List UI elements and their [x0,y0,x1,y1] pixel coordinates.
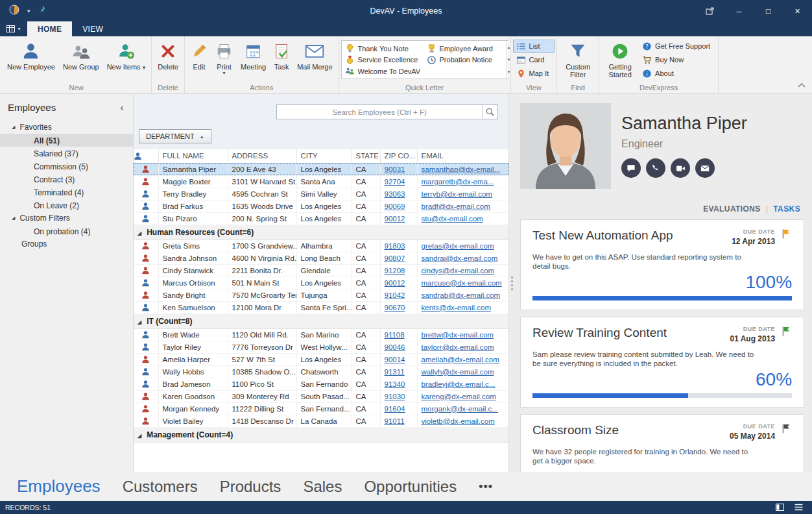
group-row[interactable]: ◢IT (Count=8) [134,313,508,328]
new-group-button[interactable]: New Group [59,38,103,80]
table-row[interactable]: Stu Pizaro 200 N. Spring St Los Angeles … [134,212,508,225]
quick-letter-probation-notice[interactable]: Probation Notice [425,55,505,66]
table-row[interactable]: Violet Bailey 1418 Descanso Dr La Canada… [134,415,508,427]
email-link[interactable]: brettw@dx-email.com [422,331,494,339]
email-link[interactable]: morgank@dx-email.c... [422,405,498,413]
zip-link[interactable]: 91030 [385,393,405,400]
table-row[interactable]: Sandy Bright 7570 McGroarty Ter Tujunga … [134,289,508,301]
zip-link[interactable]: 90807 [385,254,405,262]
search-button[interactable] [482,105,497,119]
table-row[interactable]: Terry Bradley 4595 Cochran St Simi Valle… [134,188,508,200]
sidebar-item-commission[interactable]: Commission (5) [0,160,133,173]
table-row[interactable]: Brad Farkus 1635 Woods Drive Los Angeles… [134,200,508,212]
zip-link[interactable]: 91311 [385,368,405,376]
sidebar-item-contract[interactable]: Contract (3) [0,173,133,186]
sidebar-item-all[interactable]: All (51) [0,134,133,147]
nav-opportunities[interactable]: Opportunities [364,478,457,496]
task-button[interactable]: Task [270,38,293,80]
email-link[interactable]: stu@dx-email.com [422,215,483,223]
group-row[interactable]: ◢Human Resources (Count=6) [134,225,508,239]
group-by-department-button[interactable]: DEPARTMENT ▲ [139,129,211,143]
email-link[interactable]: taylorr@dx-email.com [422,343,494,351]
tab-tasks[interactable]: TASKS [773,204,800,214]
email-link[interactable]: terryb@dx-email.com [422,190,492,198]
column-header-zip[interactable]: ZIP CO... [380,149,417,163]
app-logo-icon[interactable] [9,5,19,18]
print-button[interactable]: Print ▾ [211,38,237,80]
card-view-button[interactable]: Card [513,53,555,66]
zip-link[interactable]: 90012 [385,215,405,223]
tree-node-favorites[interactable]: ◢ Favorites [0,121,133,134]
email-link[interactable]: violetb@dx-email.com [422,417,495,425]
table-row[interactable]: Brett Wade 1120 Old Mill Rd. San Marino … [134,328,508,341]
search-input[interactable] [277,105,482,119]
column-header-email[interactable]: EMAIL [417,149,508,163]
zip-link[interactable]: 91208 [385,267,405,275]
nav-overflow-button[interactable]: ••• [479,480,493,493]
layout-toggle-icon[interactable] [776,504,784,512]
sidebar-item-on-probation[interactable]: On probation (4) [0,225,133,238]
get-free-support-button[interactable]: ? Get Free Support [639,40,716,53]
delete-button[interactable]: Delete [154,38,182,80]
table-row[interactable]: Wally Hobbs 10385 Shadow O... Chatsworth… [134,365,508,378]
close-button[interactable]: × [783,0,812,21]
email-link[interactable]: cindys@dx-email.com [422,267,495,275]
zip-link[interactable]: 90670 [385,304,405,312]
gallery-scrollbar[interactable]: ▲ ▼ ▼ [507,41,511,79]
group-row[interactable]: ◢Management (Count=4) [134,427,508,442]
nav-sales[interactable]: Sales [303,478,342,496]
zip-link[interactable]: 90014 [385,356,405,363]
email-link[interactable]: gretas@dx-email.com [422,242,494,250]
table-row[interactable]: Morgan Kennedy 11222 Dilling St San Fern… [134,402,508,415]
tab-view[interactable]: VIEW [72,21,113,36]
zip-link[interactable]: 91108 [385,331,405,339]
quick-letter-welcome[interactable]: Welcome To DevAV [343,66,424,77]
email-link[interactable]: samanthap@dx-email... [422,165,501,173]
collapse-sidebar-button[interactable]: ‹ [120,104,124,112]
popup-window-icon[interactable] [695,0,724,21]
table-row[interactable]: Samantha Piper 200 E Ave 43 Los Angeles … [134,163,508,175]
email-link[interactable]: ameliah@dx-email.com [422,356,499,363]
zip-link[interactable]: 91340 [385,380,405,388]
custom-filter-button[interactable]: Custom Filter [559,38,597,80]
nav-customers[interactable]: Customers [123,478,198,496]
table-row[interactable]: Cindy Stanwick 2211 Bonita Dr. Glendale … [134,264,508,276]
collapse-ribbon-button[interactable] [798,79,806,90]
zip-link[interactable]: 90012 [385,279,405,287]
email-link[interactable]: wallyh@dx-email.com [422,368,494,376]
zip-link[interactable]: 91604 [385,405,405,413]
email-link[interactable]: margaretb@dx-ema... [422,178,494,186]
quick-letter-employee-award[interactable]: Employee Award [425,43,505,54]
tree-node-custom-filters[interactable]: ◢ Custom Filters [0,212,133,225]
sidebar-item-on-leave[interactable]: On Leave (2) [0,199,133,212]
column-header-city[interactable]: CITY [296,149,352,163]
map-it-button[interactable]: Map It [513,67,555,80]
nav-products[interactable]: Products [220,478,281,496]
zip-link[interactable]: 91803 [385,242,405,250]
app-menu-button[interactable]: ▾ [0,21,27,36]
minimize-button[interactable]: – [724,0,754,21]
pin-icon[interactable] [38,5,47,17]
panel-splitter[interactable] [509,94,515,472]
email-button[interactable] [695,158,715,178]
list-view-button[interactable]: List [513,40,555,53]
new-employee-button[interactable]: New Employee [3,38,59,80]
email-link[interactable]: bradf@dx-email.com [422,202,490,210]
column-header-full-name[interactable]: FULL NAME [158,149,228,163]
table-row[interactable]: Brad Jameson 1100 Pico St San Fernando C… [134,378,508,390]
edit-button[interactable]: Edit [187,38,211,80]
table-row[interactable]: Karen Goodson 309 Monterey Rd South Pasa… [134,390,508,402]
email-link[interactable]: sandrab@dx-email.com [422,291,501,299]
buy-now-button[interactable]: Buy Now [639,53,716,66]
zip-link[interactable]: 91011 [385,417,405,425]
table-row[interactable]: Taylor Riley 7776 Torreyson Dr West Holl… [134,341,508,353]
email-link[interactable]: sandraj@dx-email.com [422,254,498,262]
table-row[interactable]: Ken Samuelson 12100 Mora Dr Santa Fe Spr… [134,301,508,313]
maximize-button[interactable]: □ [754,0,783,21]
column-header-state[interactable]: STATE [352,149,380,163]
table-row[interactable]: Amelia Harper 527 W 7th St Los Angeles C… [134,353,508,365]
email-link[interactable]: kareng@dx-email.com [422,393,496,400]
new-items-button[interactable]: New Items ▾ [103,38,150,80]
table-row[interactable]: Greta Sims 1700 S Grandview... Alhambra … [134,239,508,252]
zip-link[interactable]: 90031 [385,165,405,173]
